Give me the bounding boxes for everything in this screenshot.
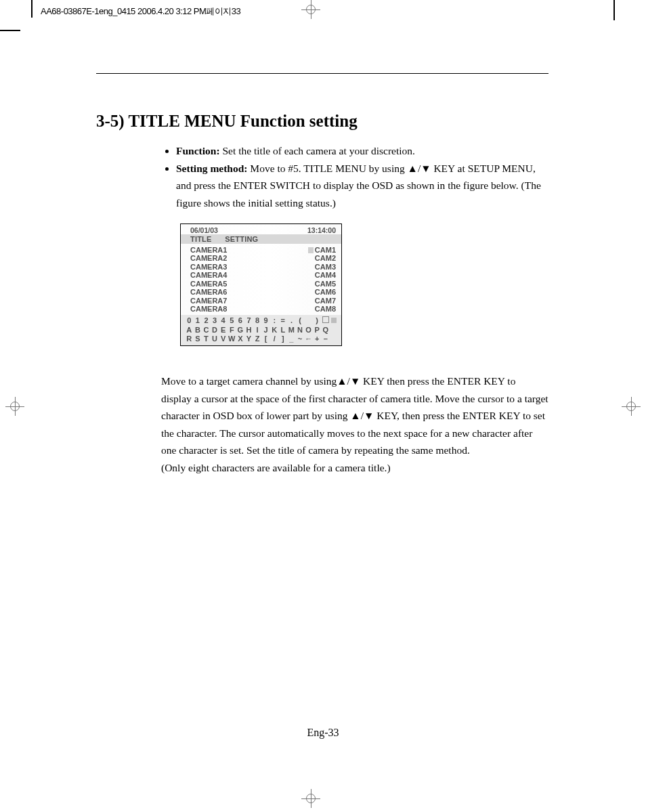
osd-date: 06/01/03 (190, 226, 218, 234)
registration-mark-icon (5, 397, 24, 416)
bullet-list: Function: Set the title of each camera a… (163, 142, 551, 211)
osd-camera-row: CAMERA2CAM2 (190, 254, 336, 262)
osd-camera-row: CAMERA8CAM8 (190, 305, 336, 313)
osd-header-setting: SETTING (225, 235, 258, 243)
osd-camera-row: CAMERA3CAM3 (190, 263, 336, 271)
body-text-2: (Only eight characters are available for… (161, 462, 391, 473)
registration-mark-icon (301, 0, 320, 19)
body-paragraph: Move to a target camera channel by using… (161, 372, 548, 476)
osd-camera-row: CAMERA5CAM5 (190, 280, 336, 288)
osd-char-grid: 0123456789:=.()ABCDEFGHIJKLMNOPQRSTUVWXY… (181, 315, 341, 345)
function-label: Function: (176, 145, 220, 156)
osd-figure: 06/01/03 13:14:00 TITLE SETTING CAMERA1C… (180, 223, 342, 346)
crop-mark (31, 0, 33, 18)
body-text-1: Move to a target camera channel by using… (161, 375, 548, 456)
page-title: 3-5) TITLE MENU Function setting (96, 112, 358, 131)
osd-header-title: TITLE (190, 235, 223, 243)
osd-camera-row: CAMERA1CAM1 (190, 246, 336, 254)
osd-camera-row: CAMERA4CAM4 (190, 271, 336, 279)
osd-camera-row: CAMERA7CAM7 (190, 297, 336, 305)
function-text: Set the title of each camera at your dis… (222, 145, 414, 156)
page-number: Eng-33 (0, 727, 646, 739)
print-job-header: AA68-03867E-1eng_0415 2006.4.20 3:12 PM페… (41, 5, 240, 18)
osd-camera-row: CAMERA6CAM6 (190, 288, 336, 296)
setting-method-label: Setting method: (176, 163, 247, 174)
crop-mark (613, 0, 615, 20)
osd-camera-list: CAMERA1CAM1CAMERA2CAM2CAMERA3CAM3CAMERA4… (181, 244, 341, 315)
crop-mark (0, 30, 20, 31)
registration-mark-icon (301, 789, 320, 808)
header-rule (96, 73, 548, 74)
osd-time: 13:14:00 (307, 226, 336, 234)
registration-mark-icon (622, 397, 641, 416)
